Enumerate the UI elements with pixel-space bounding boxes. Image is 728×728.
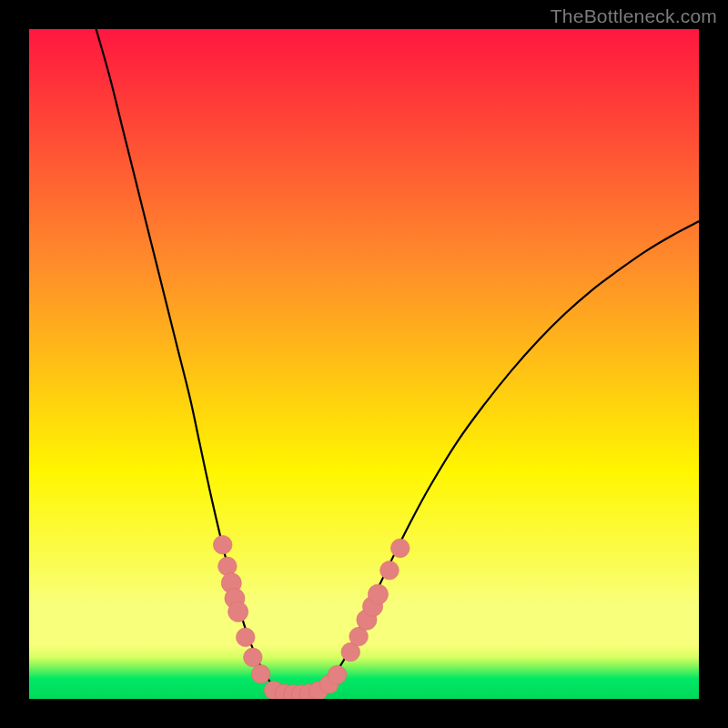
data-marker	[228, 602, 248, 622]
chart-frame: TheBottleneck.com	[0, 0, 728, 728]
plot-area	[29, 29, 699, 699]
data-marker	[380, 561, 399, 580]
data-marker	[328, 665, 347, 684]
data-marker	[390, 539, 410, 558]
gradient-background	[29, 29, 699, 699]
data-marker	[251, 664, 270, 683]
data-marker	[236, 628, 255, 647]
data-marker	[244, 648, 263, 667]
watermark-text: TheBottleneck.com	[551, 5, 717, 27]
data-marker	[368, 584, 388, 604]
data-marker	[213, 535, 232, 554]
data-marker	[218, 557, 238, 576]
plot-svg	[29, 29, 699, 699]
